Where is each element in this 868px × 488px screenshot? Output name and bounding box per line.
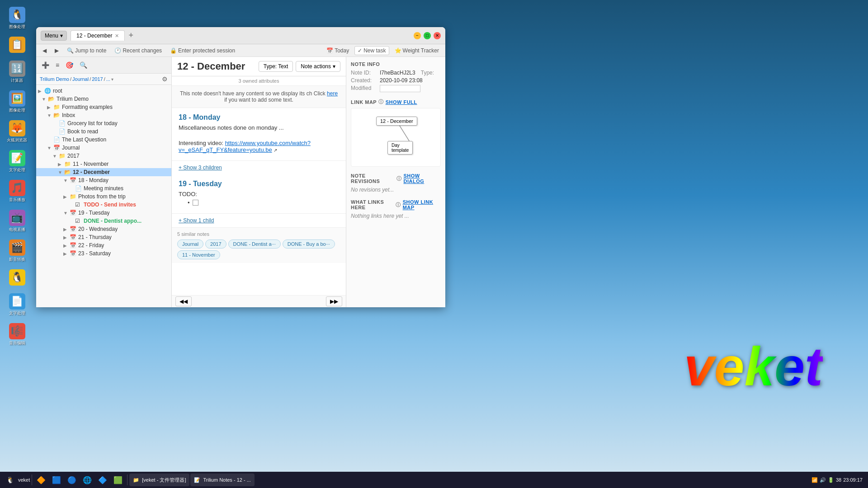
desktop-icon-img[interactable]: 🖼️ 图像处理 [2,88,32,116]
back-button[interactable]: ◀ [40,47,49,55]
show-more-18-monday[interactable]: + Show 3 children [172,161,346,174]
calendar-day-icon-wednesday: 📅 [70,226,77,232]
desktop-icon-video[interactable]: 🎬 影音转换 [2,237,32,265]
minimize-button[interactable]: − [414,32,421,39]
next-note-button[interactable]: ▶▶ [326,296,342,306]
maximize-button[interactable]: □ [424,32,431,39]
menu-label: Menu [45,33,58,39]
active-tab[interactable]: 12 - December ✕ [71,30,125,41]
todo-checkbox[interactable] [193,200,198,206]
weight-tracker-label: Weight Tracker [403,47,439,54]
tree-item-last-question[interactable]: ▶ 📄 The Last Question [36,136,171,144]
tab-close-icon[interactable]: ✕ [115,33,119,39]
show-more-19-tuesday[interactable]: + Show 1 child [172,214,346,227]
similar-tag-done-dentist[interactable]: DONE - Dentist a··· [228,239,281,249]
search-notes-button[interactable]: 🔍 [78,60,89,70]
breadcrumb-trilium[interactable]: Trilium Demo [40,76,69,82]
jump-to-note-button[interactable]: 🔍 Jump to note [64,47,109,55]
desktop-icon-music[interactable]: 🎵 音乐播放 [2,178,32,205]
tree-item-23-saturday[interactable]: ▶ 📅 23 - Saturday [36,249,171,258]
section-heading-18-monday[interactable]: 18 - Monday [179,113,339,122]
breadcrumb-2017[interactable]: 2017 [92,76,103,82]
scroll-to-note-button[interactable]: 🎯 [64,60,75,70]
tree-item-november[interactable]: ▶ 📁 11 - November [36,160,171,168]
similar-tag-done-buy[interactable]: DONE - Buy a bo··· [283,239,335,249]
breadcrumb-expand-button[interactable]: ▾ [111,77,113,82]
desktop-icon-firefox[interactable]: 🦊 火狐浏览器 [2,118,32,145]
info-icon-revisions: ⓘ [396,175,402,182]
new-note-button[interactable]: ➕ [40,60,51,70]
note-info-title: NOTE INFO [351,61,441,67]
link-node-main[interactable]: 12 - December [376,117,417,126]
tree-item-december[interactable]: ▼ 📂 12 - December [36,168,171,176]
taskbar-app-file-manager[interactable]: 📁 [veket - 文件管理器] [129,474,189,486]
similar-notes-label: 5 similar notes [177,231,340,237]
calendar-day-icon-friday: 📅 [70,242,77,249]
tree-item-18-monday[interactable]: ▼ 📅 18 - Monday [36,176,171,184]
prev-note-button[interactable]: ◀◀ [175,296,192,306]
taskbar-icon-3[interactable]: 🔵 [65,473,79,487]
tree-item-22-friday[interactable]: ▶ 📅 22 - Friday [36,241,171,249]
weight-tracker-button[interactable]: ⭐ Weight Tracker [392,47,442,55]
tree-item-book[interactable]: ▶ 📄 Book to read [36,127,171,136]
tree-item-2017[interactable]: ▼ 📁 2017 [36,152,171,160]
similar-tag-november[interactable]: 11 - November [177,250,220,259]
show-link-map-link[interactable]: show link map [403,199,441,210]
desktop-icon-tv[interactable]: 📺 电视直播 [2,207,32,235]
today-button[interactable]: 📅 Today [324,47,352,55]
desktop-icon-linux[interactable]: 🐧 [2,267,32,289]
collapse-button[interactable]: ≡ [54,60,61,70]
tree-arrow-21-thursday: ▶ [63,235,70,240]
tree-item-20-wednesday[interactable]: ▶ 📅 20 - Wednesday [36,225,171,233]
note-actions-label: Note actions [301,63,331,70]
desktop-icon-music-edit[interactable]: 🎼 音乐编辑 [2,321,32,348]
tree-item-inbox[interactable]: ▼ 📂 Inbox [36,111,171,119]
modified-date-input[interactable] [380,85,420,92]
taskbar-icon-4[interactable]: 🌐 [80,473,94,487]
breadcrumb-journal[interactable]: Journal [72,76,89,82]
tree-item-done-dentist[interactable]: ▶ ☑ DONE - Dentist appo... [36,217,171,225]
taskbar-app-trilium[interactable]: 📝 Trilium Notes - 12 - ... [190,474,254,486]
similar-tag-2017[interactable]: 2017 [205,239,226,249]
tree-item-21-thursday[interactable]: ▶ 📅 21 - Thursday [36,233,171,241]
tree-item-root[interactable]: ▶ 🌐 root [36,87,171,95]
note-actions-button[interactable]: Note actions ▾ [296,61,340,72]
tree-label-trilium-demo: Trilium Demo [57,96,89,102]
menu-button[interactable]: Menu ▾ [41,31,67,41]
link-node-day-template[interactable]: Daytemplate [387,141,413,155]
desktop-icon-doc[interactable]: 📄 文字处理 [2,291,32,319]
close-button[interactable]: ✕ [434,32,441,39]
breadcrumb-settings-button[interactable]: ⚙ [162,75,168,83]
note-title: 12 - December [177,61,259,72]
similar-tag-journal[interactable]: Journal [177,239,203,249]
section-heading-19-tuesday[interactable]: 19 - Tuesday [179,180,339,188]
taskbar-icon-2[interactable]: 🟦 [49,473,64,487]
desktop-icon-text-label: 文字处理 [9,167,25,173]
desktop-icon-text[interactable]: 📝 文字处理 [2,148,32,175]
desktop-icon-calc[interactable]: 🔢 计算器 [2,58,32,86]
content-notice-here-link[interactable]: here [327,90,338,97]
tree-item-journal[interactable]: ▼ 📅 Journal [36,144,171,152]
new-tab-button[interactable]: + [125,31,137,40]
recent-changes-button[interactable]: 🕐 Recent changes [112,47,165,55]
tree-item-grocery[interactable]: ▶ 📄 Grocery list for today [36,119,171,127]
show-dialog-link[interactable]: show dialog [403,173,441,184]
tree-item-trilium-demo[interactable]: ▼ 📂 Trilium Demo [36,95,171,103]
tree-item-formatting[interactable]: ▶ 📁 Formatting examples [36,103,171,111]
protected-session-button[interactable]: 🔒 Enter protected session [167,47,238,55]
desktop-icon-clipboard[interactable]: 📋 [2,34,32,56]
desktop-icon-penguin[interactable]: 🐧 图像处理 [2,5,32,32]
note-type-button[interactable]: Type: Text [259,61,293,72]
forward-button[interactable]: ▶ [52,47,61,55]
tree-item-19-tuesday[interactable]: ▼ 📅 19 - Tuesday [36,209,171,217]
tree-item-photos[interactable]: ▶ 📁 Photos from the trip [36,192,171,201]
taskbar-icon-5[interactable]: 🔷 [95,473,110,487]
taskbar-icon-1[interactable]: 🔶 [34,473,48,487]
tree-item-todo-invites[interactable]: ▶ ☑ TODO - Send invites [36,201,171,209]
taskbar-icon-6[interactable]: 🟩 [111,473,125,487]
taskbar-icon-veket[interactable]: 🐧 [3,473,17,487]
tree-item-meeting[interactable]: ▶ 📄 Meeting minutes [36,184,171,192]
new-task-button[interactable]: ✓ New task [354,46,389,55]
show-full-link[interactable]: show full [386,99,417,105]
breadcrumb-ellipsis[interactable]: ... [106,76,110,82]
